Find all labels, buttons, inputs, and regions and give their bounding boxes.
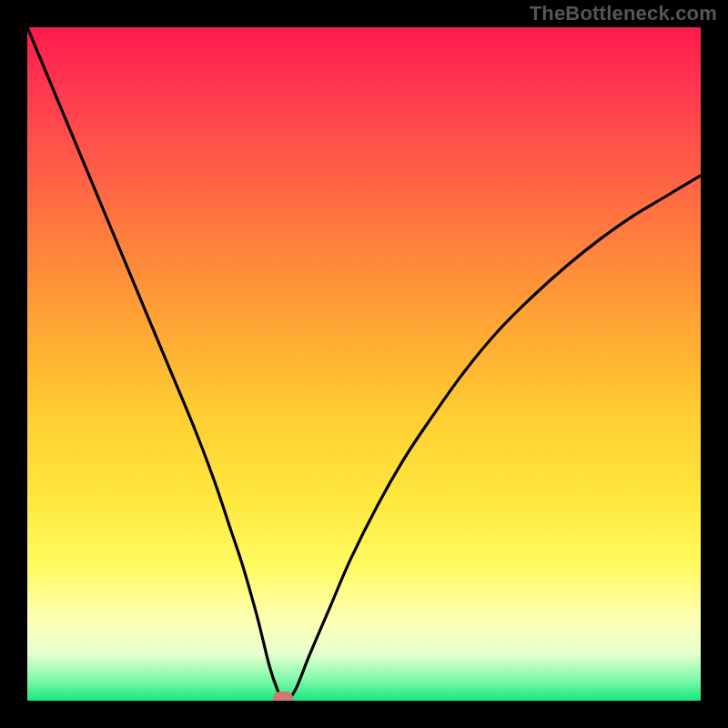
- bottleneck-curve: [27, 27, 701, 701]
- plot-area: [27, 27, 701, 701]
- minimum-marker: [273, 692, 293, 701]
- watermark-text: TheBottleneck.com: [530, 2, 717, 25]
- chart-frame: TheBottleneck.com: [0, 0, 728, 728]
